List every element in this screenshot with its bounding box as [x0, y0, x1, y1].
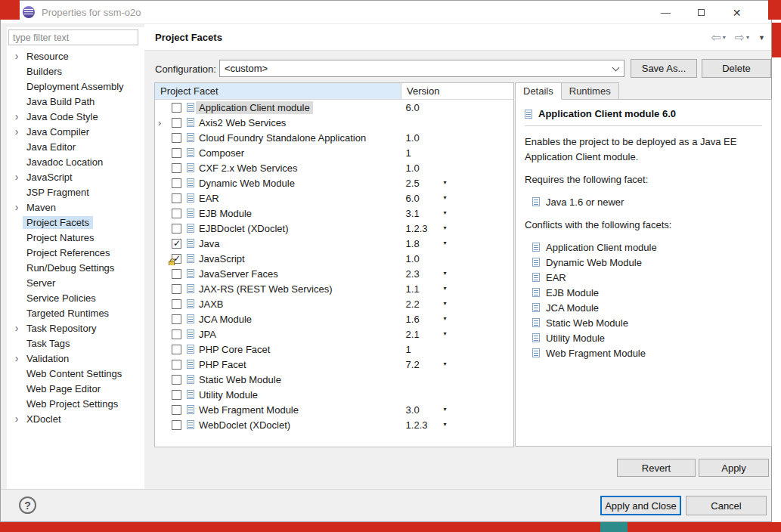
version-dropdown-icon[interactable]: ▾ [444, 179, 447, 186]
facet-row-webdoclet-xdoclet[interactable]: WebDoclet (XDoclet)1.2.3▾ [155, 417, 513, 432]
delete-button[interactable]: Delete [702, 59, 771, 78]
column-header-version[interactable]: Version [401, 83, 513, 99]
sidebar-item-javascript[interactable]: ›JavaScript [7, 169, 144, 184]
facet-row-jaxb[interactable]: JAXB2.2▾ [155, 296, 513, 311]
facet-checkbox[interactable] [172, 360, 181, 370]
facet-row-application-client-module[interactable]: Application Client module6.0 [155, 100, 513, 115]
facet-row-php-facet[interactable]: PHP Facet7.2▾ [155, 357, 513, 372]
version-dropdown-icon[interactable]: ▾ [444, 330, 447, 337]
facet-checkbox[interactable] [172, 405, 181, 415]
facet-checkbox[interactable] [172, 269, 181, 279]
facet-row-javascript[interactable]: JavaScript1.0 [155, 251, 513, 266]
apply-and-close-button[interactable]: Apply and Close [600, 496, 681, 515]
sidebar-item-server[interactable]: Server [7, 275, 144, 290]
sidebar-item-java-build-path[interactable]: Java Build Path [7, 94, 144, 109]
facet-row-cxf-2-x-web-services[interactable]: CXF 2.x Web Services1.0 [155, 160, 513, 175]
facet-checkbox[interactable] [172, 314, 181, 324]
sidebar-item-java-compiler[interactable]: ›Java Compiler [7, 124, 144, 139]
sidebar-item-deployment-assembly[interactable]: Deployment Assembly [7, 79, 144, 94]
facet-row-web-fragment-module[interactable]: Web Fragment Module3.0▾ [155, 402, 513, 417]
version-dropdown-icon[interactable]: ▾ [444, 224, 447, 231]
version-dropdown-icon[interactable]: ▾ [444, 406, 447, 413]
sidebar-item-builders[interactable]: Builders [7, 63, 144, 79]
version-dropdown-icon[interactable]: ▾ [444, 194, 447, 201]
sidebar-item-web-content-settings[interactable]: Web Content Settings [7, 366, 144, 381]
tab-details[interactable]: Details [515, 82, 562, 100]
facet-row-composer[interactable]: Composer1 [155, 145, 513, 160]
facet-row-ejbdoclet-xdoclet[interactable]: EJBDoclet (XDoclet)1.2.3▾ [155, 221, 513, 236]
facet-checkbox[interactable] [172, 345, 181, 354]
sidebar-item-targeted-runtimes[interactable]: Targeted Runtimes [7, 305, 144, 320]
version-dropdown-icon[interactable]: ▾ [444, 300, 447, 307]
sidebar-item-project-facets[interactable]: Project Facets [7, 215, 144, 230]
view-menu-button[interactable]: ▼ [758, 34, 765, 42]
version-dropdown-icon[interactable]: ▾ [444, 209, 447, 216]
sidebar-item-validation[interactable]: ›Validation [7, 351, 144, 366]
tab-runtimes[interactable]: Runtimes [561, 82, 619, 100]
sidebar-item-run-debug-settings[interactable]: Run/Debug Settings [7, 260, 144, 275]
facet-row-php-core-facet[interactable]: PHP Core Facet1 [155, 342, 513, 357]
facet-row-jca-module[interactable]: JCA Module1.6▾ [155, 311, 513, 326]
forward-button[interactable]: ⇨ ▾ [735, 32, 749, 44]
expand-chevron-icon[interactable]: › [155, 118, 165, 128]
facet-checkbox[interactable] [172, 239, 181, 249]
sidebar-item-java-code-style[interactable]: ›Java Code Style [7, 109, 144, 124]
titlebar[interactable]: Properties for ssm-o2o — ✕ [1, 1, 771, 24]
facet-checkbox[interactable] [172, 390, 181, 400]
sidebar-item-project-references[interactable]: Project References [7, 245, 144, 260]
facet-row-utility-module[interactable]: Utility Module [155, 387, 513, 402]
help-button[interactable]: ? [19, 496, 36, 514]
version-dropdown-icon[interactable]: ▾ [444, 421, 447, 428]
facet-checkbox[interactable] [172, 420, 181, 430]
facet-checkbox[interactable] [172, 193, 181, 203]
facet-checkbox[interactable] [172, 284, 181, 294]
version-dropdown-icon[interactable]: ▾ [444, 285, 447, 292]
sidebar-item-web-project-settings[interactable]: Web Project Settings [7, 396, 144, 411]
facet-checkbox[interactable] [172, 133, 181, 143]
facet-checkbox[interactable] [172, 329, 181, 339]
back-button[interactable]: ⇦ ▾ [711, 32, 725, 44]
facet-row-ear[interactable]: EAR6.0▾ [155, 190, 513, 206]
expand-chevron-icon[interactable]: › [11, 172, 23, 182]
facet-row-jax-rs-rest-web-services[interactable]: JAX-RS (REST Web Services)1.1▾ [155, 281, 513, 296]
facet-checkbox[interactable] [172, 375, 181, 385]
sidebar-item-javadoc-location[interactable]: Javadoc Location [7, 154, 144, 169]
sidebar-item-resource[interactable]: ›Resource [7, 48, 144, 63]
facet-checkbox[interactable] [172, 178, 181, 188]
sidebar-item-jsp-fragment[interactable]: JSP Fragment [7, 184, 144, 200]
save-as-button[interactable]: Save As... [631, 59, 697, 78]
expand-chevron-icon[interactable]: › [11, 51, 23, 61]
version-dropdown-icon[interactable]: ▾ [444, 360, 447, 367]
column-header-project-facet[interactable]: Project Facet [155, 83, 401, 99]
facet-checkbox[interactable] [172, 299, 181, 309]
expand-chevron-icon[interactable]: › [11, 353, 23, 363]
cancel-button[interactable]: Cancel [686, 496, 767, 515]
expand-chevron-icon[interactable]: › [11, 111, 23, 122]
version-dropdown-icon[interactable]: ▾ [444, 240, 447, 246]
sidebar-item-task-repository[interactable]: ›Task Repository [7, 320, 144, 336]
sidebar-item-xdoclet[interactable]: ›XDoclet [7, 411, 144, 426]
sidebar-item-task-tags[interactable]: Task Tags [7, 336, 144, 351]
apply-button[interactable]: Apply [699, 459, 769, 477]
facet-checkbox[interactable] [172, 254, 181, 264]
sidebar-item-project-natures[interactable]: Project Natures [7, 230, 144, 245]
configuration-combobox[interactable]: <custom> [219, 60, 624, 77]
facet-row-jpa[interactable]: JPA2.1▾ [155, 326, 513, 342]
expand-chevron-icon[interactable]: › [11, 126, 23, 137]
version-dropdown-icon[interactable]: ▾ [444, 270, 447, 277]
version-dropdown-icon[interactable]: ▾ [444, 315, 447, 322]
filter-input[interactable] [8, 29, 138, 45]
facet-checkbox[interactable] [172, 103, 181, 113]
facet-checkbox[interactable] [172, 209, 181, 218]
facet-checkbox[interactable] [172, 118, 181, 128]
facet-row-ejb-module[interactable]: EJB Module3.1▾ [155, 206, 513, 221]
sidebar-item-web-page-editor[interactable]: Web Page Editor [7, 381, 144, 396]
facet-checkbox[interactable] [172, 224, 181, 234]
facet-row-javaserver-faces[interactable]: JavaServer Faces2.3▾ [155, 266, 513, 281]
facet-checkbox[interactable] [172, 148, 181, 158]
minimize-button[interactable]: — [648, 1, 683, 24]
expand-chevron-icon[interactable]: › [11, 202, 23, 212]
expand-chevron-icon[interactable]: › [11, 413, 23, 424]
sidebar-item-maven[interactable]: ›Maven [7, 200, 144, 215]
sidebar-item-service-policies[interactable]: Service Policies [7, 290, 144, 305]
